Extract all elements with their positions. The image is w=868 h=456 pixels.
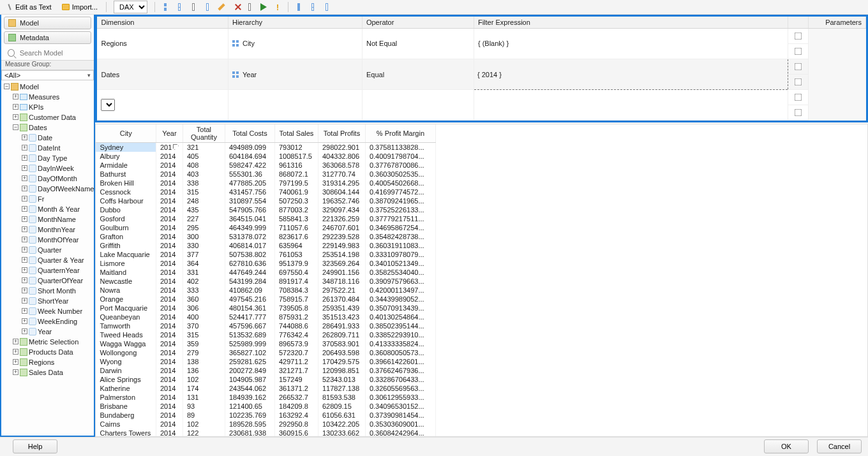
grid-cell[interactable]: 184209.8 <box>274 402 318 411</box>
tree-toggle-icon[interactable]: − <box>13 124 19 130</box>
grid-cell[interactable]: 2014 <box>156 179 183 188</box>
grid-cell[interactable]: 507250.3 <box>274 196 318 205</box>
tree-dates-attr-9[interactable]: +MonthnYear <box>1 224 94 235</box>
tree-toggle-icon[interactable]: + <box>22 165 27 171</box>
grid-row[interactable]: Orange2014360497545.216758915.7261370.48… <box>96 295 435 304</box>
grid-cell[interactable]: 0.39097579663... <box>365 277 435 286</box>
grid-cell[interactable]: Palmerston <box>96 393 156 402</box>
tree-customer-data[interactable]: +Customer Data <box>1 112 94 122</box>
tree-toggle-icon[interactable]: + <box>13 114 19 120</box>
grid-row[interactable]: Lismore2014364627810.636951379.9323569.2… <box>96 259 435 268</box>
tree-sales-data[interactable]: +Sales Data <box>1 367 94 378</box>
grid-header-cell[interactable]: Total Profits <box>318 124 365 143</box>
grid-row[interactable]: Newcastle2014402543199.284891917.4348718… <box>96 277 435 286</box>
grid-cell[interactable]: 877003.2 <box>274 205 318 214</box>
filter-expression-cell[interactable]: { 2014 } <box>474 59 788 90</box>
tree-toggle-icon[interactable]: + <box>13 359 19 365</box>
grid-cell[interactable]: 0.37662467936... <box>365 366 435 375</box>
grid-cell[interactable]: 0.36080050573... <box>365 348 435 357</box>
grid-cell[interactable]: Dubbo <box>96 205 156 214</box>
grid-row[interactable]: Coffs Harbour2014248310897.554507250.319… <box>96 196 435 205</box>
grid-cell[interactable]: 189528.595 <box>225 420 274 429</box>
tree-dates-attr-15[interactable]: +Short Month <box>1 286 94 296</box>
grid-row[interactable]: Queanbeyan2014400524417.777875931.235151… <box>96 313 435 321</box>
grid-cell[interactable]: 2014 <box>156 339 183 348</box>
grid-cell[interactable]: Tweed Heads <box>96 330 156 339</box>
grid-cell[interactable]: 0.33286706433... <box>365 375 435 384</box>
grid-cell[interactable]: 2014 <box>156 170 183 179</box>
grid-cell[interactable]: Coffs Harbour <box>96 196 156 205</box>
metadata-panel-button[interactable]: Metadata <box>4 31 91 44</box>
measure-group-dropdown[interactable]: <All>▾ <box>1 70 94 80</box>
grid-cell[interactable]: 61056.631 <box>318 411 365 420</box>
tree-kpis[interactable]: +KPIs <box>1 102 94 112</box>
grid-cell[interactable]: 52343.013 <box>318 375 365 384</box>
query-result-icon[interactable] <box>321 1 333 13</box>
grid-cell[interactable]: 635964 <box>274 241 318 250</box>
grid-cell[interactable]: 464349.999 <box>225 223 274 232</box>
tree-toggle-icon[interactable]: + <box>22 135 27 140</box>
grid-row[interactable]: Cairns2014102189528.595292950.8103422.20… <box>96 420 435 429</box>
grid-cell[interactable]: 363068.578 <box>318 161 365 170</box>
edit-as-text-button[interactable]: Edit as Text <box>3 1 56 13</box>
model-panel-button[interactable]: Model <box>4 17 91 29</box>
tree-measures[interactable]: +Measures <box>1 92 94 102</box>
grid-cell[interactable]: 2014 <box>156 188 183 196</box>
grid-row[interactable]: Brisbane201493121400.65184209.862809.150… <box>96 402 435 411</box>
grid-cell[interactable]: 89 <box>183 411 225 420</box>
edit-icon[interactable] <box>216 1 227 13</box>
result-grid-scroll[interactable]: CityYearTotal QuantityTotal CostsTotal S… <box>95 124 868 437</box>
grid-cell[interactable]: 513532.689 <box>225 330 274 339</box>
grid-cell[interactable]: 497545.216 <box>225 295 274 304</box>
tree-toggle-icon[interactable]: + <box>13 349 19 355</box>
grid-cell[interactable]: 2014 <box>156 205 183 214</box>
grid-cell[interactable]: 2014 <box>156 313 183 321</box>
grid-cell[interactable]: Lismore <box>96 259 156 268</box>
grid-cell[interactable]: 896573.9 <box>274 339 318 348</box>
search-model-input[interactable] <box>19 48 88 57</box>
grid-cell[interactable]: 457596.667 <box>225 321 274 330</box>
grid-cell[interactable]: 408 <box>183 161 225 170</box>
grid-cell[interactable]: 2014 <box>156 348 183 357</box>
grid-cell[interactable]: 2014 <box>156 214 183 223</box>
grid-row[interactable]: Cessnock2014315431457.756740061.9308604.… <box>96 188 435 196</box>
grid-cell[interactable]: 196352.746 <box>318 196 365 205</box>
grid-cell[interactable]: 292950.8 <box>274 420 318 429</box>
tree-toggle-icon[interactable]: + <box>22 288 27 293</box>
tree-dates-attr-14[interactable]: +QuarterOfYear <box>1 276 94 286</box>
grid-cell[interactable]: 477885.205 <box>225 179 274 188</box>
grid-row[interactable]: Bathurst2014403555301.36868072.1312770.7… <box>96 170 435 179</box>
grid-row[interactable]: Katherine2014174243544.062361371.2117827… <box>96 384 435 393</box>
grid-cell[interactable]: 531378.072 <box>225 232 274 241</box>
hdr-filter-expression[interactable]: Filter Expression <box>474 17 788 29</box>
grid-cell[interactable]: 319314.295 <box>318 179 365 188</box>
filter-row[interactable]: DatesYearEqual{ 2014 } <box>97 59 865 90</box>
grid-cell[interactable]: 435 <box>183 205 225 214</box>
grid-cell[interactable]: 0.36084242964... <box>365 429 435 437</box>
grid-cell[interactable]: Bathurst <box>96 170 156 179</box>
grid-cell[interactable]: 103422.205 <box>318 420 365 429</box>
grid-cell[interactable]: Armidale <box>96 161 156 170</box>
filter-expression-cell[interactable]: { (Blank) } <box>474 28 788 59</box>
tree-toggle-icon[interactable]: + <box>22 145 27 151</box>
filter-param-checkbox-a[interactable] <box>795 63 802 70</box>
grid-cell[interactable]: 321271.7 <box>274 366 318 375</box>
grid-row[interactable]: Tweed Heads2014315513532.689776342.42628… <box>96 330 435 339</box>
grid-cell[interactable]: 507538.802 <box>225 250 274 259</box>
grid-cell[interactable]: 2014 <box>156 384 183 393</box>
grid-row[interactable]: Griffith2014330406814.017635964229149.98… <box>96 241 435 250</box>
grid-cell[interactable]: 2014 <box>156 357 183 366</box>
grid-cell[interactable]: 62809.15 <box>318 402 365 411</box>
filter-hierarchy-cell[interactable]: City <box>228 28 362 59</box>
grid-cell[interactable]: 157249 <box>274 375 318 384</box>
grid-cell[interactable]: 0.38709241965... <box>365 196 435 205</box>
filter-new-row[interactable] <box>97 90 865 121</box>
query-language-select[interactable]: DAX <box>114 1 147 13</box>
tree-dates-attr-17[interactable]: +Week Number <box>1 306 94 316</box>
select-dimension-cell[interactable] <box>97 90 228 121</box>
grid-cell[interactable]: 0.33310978079... <box>365 250 435 259</box>
grid-cell[interactable]: 246707.601 <box>318 223 365 232</box>
grid-row[interactable]: Wyong2014138259281.625429711.2170429.575… <box>96 357 435 366</box>
grid-row[interactable]: Palmerston2014131184939.162266532.781593… <box>96 393 435 402</box>
grid-cell[interactable]: 120998.851 <box>318 366 365 375</box>
